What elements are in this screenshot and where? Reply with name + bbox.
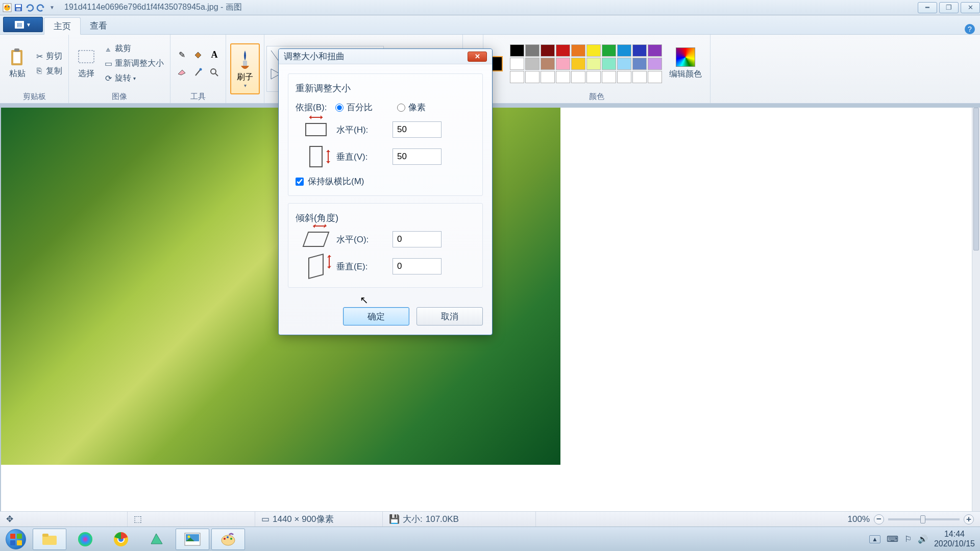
zoom-slider[interactable] bbox=[888, 518, 960, 520]
radio-pixels[interactable]: 像素 bbox=[397, 102, 426, 113]
help-icon[interactable]: ? bbox=[965, 24, 975, 34]
palette-color[interactable] bbox=[571, 44, 585, 57]
skew-vertical-icon bbox=[308, 254, 324, 279]
radio-percent[interactable]: 百分比 bbox=[335, 102, 373, 113]
aspect-ratio-checkbox[interactable]: 保持纵横比(M) bbox=[296, 176, 475, 187]
taskbar-chrome[interactable] bbox=[104, 529, 138, 550]
save-small-icon: 💾 bbox=[389, 514, 400, 524]
palette-color[interactable] bbox=[556, 58, 570, 70]
qat-dropdown-icon[interactable]: ▼ bbox=[47, 3, 57, 13]
palette-color[interactable] bbox=[525, 44, 540, 57]
palette-color[interactable] bbox=[510, 44, 524, 57]
taskbar-paint[interactable] bbox=[211, 529, 245, 550]
palette-color[interactable] bbox=[556, 44, 570, 57]
crop-button[interactable]: ⟁裁剪 bbox=[102, 42, 166, 55]
start-button[interactable] bbox=[3, 529, 29, 550]
palette-color[interactable] bbox=[632, 71, 647, 83]
zoom-in-button[interactable]: + bbox=[964, 514, 974, 524]
tab-home[interactable]: 主页 bbox=[44, 17, 81, 35]
undo-icon[interactable] bbox=[24, 3, 35, 13]
palette-color[interactable] bbox=[571, 58, 585, 70]
file-menu-button[interactable]: ▤▼ bbox=[3, 17, 43, 32]
taskbar-browser1[interactable] bbox=[68, 529, 102, 550]
palette-color[interactable] bbox=[617, 71, 631, 83]
text-tool[interactable]: A bbox=[207, 47, 222, 63]
tray-chevron-icon[interactable]: ▲ bbox=[869, 535, 880, 543]
dialog-close-button[interactable]: ✕ bbox=[468, 52, 487, 62]
palette-color[interactable] bbox=[602, 44, 616, 57]
palette-color[interactable] bbox=[541, 58, 555, 70]
group-brushes: 刷子 ▾ bbox=[226, 35, 264, 103]
select-button[interactable]: 选择 bbox=[73, 46, 100, 81]
paint-app-icon[interactable] bbox=[2, 3, 12, 13]
brushes-button[interactable]: 刷子 ▾ bbox=[230, 43, 260, 94]
svg-rect-13 bbox=[243, 61, 247, 66]
palette-color[interactable] bbox=[617, 44, 631, 57]
svg-rect-21 bbox=[17, 534, 22, 539]
eraser-tool[interactable] bbox=[175, 65, 189, 80]
palette-color[interactable] bbox=[525, 71, 540, 83]
pencil-tool[interactable]: ✎ bbox=[175, 47, 189, 63]
tray-clock[interactable]: 14:44 2020/10/15 bbox=[934, 530, 975, 548]
palette-color[interactable] bbox=[648, 71, 662, 83]
clock-date: 2020/10/15 bbox=[934, 539, 975, 548]
palette-color[interactable] bbox=[525, 58, 540, 70]
palette-color[interactable] bbox=[632, 44, 647, 57]
palette-color[interactable] bbox=[571, 71, 585, 83]
taskbar-explorer[interactable] bbox=[33, 529, 66, 550]
palette-color[interactable] bbox=[586, 58, 601, 70]
tray-keyboard-icon[interactable]: ⌨ bbox=[887, 534, 898, 544]
skew-horizontal-input[interactable] bbox=[393, 231, 442, 247]
palette-color[interactable] bbox=[586, 44, 601, 57]
window-title: 191d4114e0696e796d1f4f435078945a.jpg - 画… bbox=[64, 2, 242, 13]
taskbar-photos[interactable] bbox=[176, 529, 209, 550]
cut-button[interactable]: ✂剪切 bbox=[33, 50, 64, 63]
palette-color[interactable] bbox=[510, 71, 524, 83]
svg-rect-24 bbox=[42, 536, 57, 545]
maximize-button[interactable]: ❐ bbox=[939, 2, 959, 13]
palette-color[interactable] bbox=[510, 58, 524, 70]
cancel-button[interactable]: 取消 bbox=[416, 307, 483, 325]
palette-color[interactable] bbox=[632, 58, 647, 70]
palette-color[interactable] bbox=[648, 58, 662, 70]
tray-flag-icon[interactable]: ⚐ bbox=[904, 534, 912, 544]
zoom-value: 100% bbox=[848, 514, 870, 524]
resize-horizontal-input[interactable] bbox=[393, 121, 442, 138]
paste-button[interactable]: 粘贴 bbox=[4, 46, 31, 81]
vertical-scrollbar[interactable] bbox=[972, 108, 980, 523]
minimize-button[interactable]: ━ bbox=[918, 2, 937, 13]
edit-colors-button[interactable]: 编辑颜色 bbox=[665, 45, 706, 82]
title-appname: 画图 bbox=[226, 3, 242, 11]
skew-vertical-input[interactable] bbox=[393, 258, 442, 274]
save-icon[interactable] bbox=[13, 3, 23, 13]
redo-icon[interactable] bbox=[36, 3, 46, 13]
tray-volume-icon[interactable]: 🔊 bbox=[918, 534, 928, 544]
svg-point-11 bbox=[200, 68, 202, 70]
palette-color[interactable] bbox=[556, 71, 570, 83]
dialog-titlebar[interactable]: 调整大小和扭曲 ✕ bbox=[279, 49, 492, 64]
taskbar-app1[interactable] bbox=[140, 529, 174, 550]
close-button[interactable]: ✕ bbox=[961, 2, 980, 13]
zoom-out-button[interactable]: − bbox=[874, 514, 884, 524]
tab-view[interactable]: 查看 bbox=[81, 17, 116, 34]
rotate-button[interactable]: ⟳旋转 ▾ bbox=[102, 72, 166, 85]
svg-point-34 bbox=[224, 538, 226, 540]
zoom-slider-handle[interactable] bbox=[920, 515, 925, 523]
status-bar: ✥ ⬚ ▭1440 × 900像素 💾大小: 107.0KB 100% − + bbox=[0, 511, 980, 527]
palette-color[interactable] bbox=[617, 58, 631, 70]
magnifier-tool[interactable] bbox=[207, 65, 222, 80]
palette-color[interactable] bbox=[648, 44, 662, 57]
ok-button[interactable]: 确定 bbox=[343, 307, 409, 325]
palette-color[interactable] bbox=[602, 71, 616, 83]
status-dimensions: ▭1440 × 900像素 bbox=[255, 512, 383, 527]
fill-tool[interactable] bbox=[191, 47, 205, 63]
copy-button[interactable]: ⎘复制 bbox=[33, 65, 64, 78]
palette-color[interactable] bbox=[602, 58, 616, 70]
palette-color[interactable] bbox=[541, 44, 555, 57]
scrollbar-thumb[interactable] bbox=[973, 108, 979, 251]
palette-color[interactable] bbox=[586, 71, 601, 83]
resize-vertical-input[interactable] bbox=[393, 148, 442, 165]
picker-tool[interactable] bbox=[191, 65, 205, 80]
resize-button[interactable]: ▭重新调整大小 bbox=[102, 57, 166, 70]
palette-color[interactable] bbox=[541, 71, 555, 83]
